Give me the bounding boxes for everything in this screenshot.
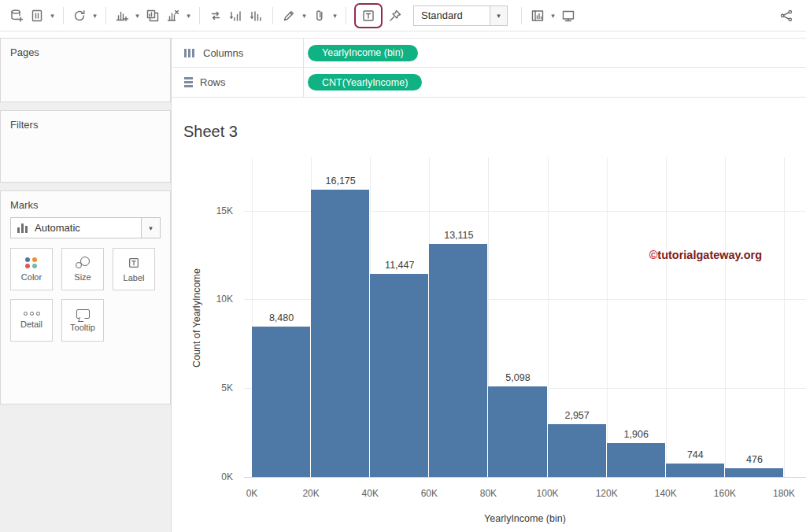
chevron-down-icon[interactable] [490,6,507,25]
highlight-annotation-ring [354,3,383,28]
detail-button[interactable]: Detail [10,299,53,342]
paperclip-icon [312,9,327,23]
bar-60K-80K[interactable] [429,244,488,477]
bar-20K-40K[interactable] [311,190,370,477]
group-members-dropdown[interactable] [330,4,340,28]
toolbar-separator [521,7,522,24]
bar-value-label: 476 [746,454,763,465]
columns-pill-area[interactable]: YearlyIncome (bin) [304,39,806,67]
bar-value-label: 13,115 [444,230,473,241]
new-data-source-button[interactable] [6,4,27,28]
group-members-button[interactable] [309,4,330,28]
toolbar-separator [105,7,106,24]
pages-shelf[interactable]: Pages [0,38,171,102]
cards-icon [531,9,545,23]
y-tick-label: 5K [205,382,233,393]
size-circles-icon [76,257,90,268]
gridline [607,157,608,477]
rows-pill[interactable]: CNT(YearlyIncome) [308,74,422,91]
share-icon [779,9,793,23]
bar-value-label: 1,906 [624,429,649,440]
clear-sheet-dropdown[interactable] [183,4,194,28]
y-tick-label: 0K [205,471,233,482]
bar-value-label: 8,480 [269,312,294,323]
x-tick-label: 180K [773,488,795,499]
x-tick-label: 140K [655,488,677,499]
x-axis-ticks: 0K20K40K60K80K100K120K140K160K180K [244,486,806,502]
bar-value-label: 2,957 [564,410,589,421]
bar-value-label: 744 [687,449,704,460]
bar-160K-180K[interactable] [725,468,784,477]
size-button[interactable]: Size [61,248,104,290]
rows-shelf-text: Rows [200,76,226,88]
x-tick-label: 100K [537,488,559,499]
sort-ascending-button[interactable] [226,4,246,28]
show-hide-cards-button[interactable] [527,4,548,28]
fit-selector[interactable]: Standard [413,6,508,26]
rows-shelf-label: Rows [172,68,304,97]
bar-120K-140K[interactable] [607,443,666,477]
filters-shelf-title: Filters [1,111,170,135]
fix-axes-button[interactable] [385,4,405,28]
bar-0K-20K[interactable] [252,327,311,477]
rows-shelf[interactable]: Rows CNT(YearlyIncome) [172,68,806,98]
swap-rows-columns-button[interactable] [205,4,226,28]
chevron-down-icon[interactable] [141,218,160,238]
rows-pill-area[interactable]: CNT(YearlyIncome) [304,68,806,97]
duplicate-sheet-button[interactable] [142,4,163,28]
show-hide-cards-dropdown[interactable] [548,4,558,28]
highlight-button[interactable] [279,4,299,28]
x-tick-label: 160K [714,488,736,499]
columns-shelf[interactable]: Columns YearlyIncome (bin) [172,38,806,68]
columns-pill[interactable]: YearlyIncome (bin) [308,45,418,61]
bar-40K-60K[interactable] [370,274,429,477]
pause-auto-updates-dropdown[interactable] [47,4,57,28]
sort-descending-button[interactable] [246,4,267,28]
y-axis-ticks: 0K5K10K15K [205,157,238,478]
bar-140K-160K[interactable] [666,464,725,477]
swap-icon [209,9,223,23]
rows-icon [184,77,193,87]
color-dots-icon [25,257,38,268]
new-worksheet-button[interactable] [112,4,132,28]
color-button[interactable]: Color [10,248,53,290]
run-auto-updates-dropdown[interactable] [90,4,100,28]
pages-shelf-title: Pages [1,39,170,63]
columns-icon [184,49,196,57]
run-auto-updates-button[interactable] [69,4,90,28]
sheet-title[interactable]: Sheet 3 [183,123,238,141]
presentation-mode-button[interactable] [558,4,579,28]
toolbar-separator [199,7,200,24]
x-tick-label: 120K [596,488,618,499]
label-button-label: Label [124,273,145,283]
watermark: ©tutorialgateway.org [649,249,762,261]
y-axis-title: Count of YearlyIncome [191,268,202,368]
main-area: Columns YearlyIncome (bin) Rows CNT(Year… [172,38,806,532]
clear-sheet-icon [166,9,180,23]
highlight-dropdown[interactable] [299,4,309,28]
highlighter-icon [282,9,296,23]
new-worksheet-icon [115,9,129,23]
pause-auto-updates-button[interactable] [27,4,47,28]
share-workbook-button[interactable] [776,4,797,28]
columns-shelf-text: Columns [203,47,243,59]
bar-value-label: 11,447 [385,260,414,271]
marks-card-title: Marks [1,191,170,216]
bar-80K-100K[interactable] [488,386,547,477]
filters-shelf[interactable]: Filters [0,110,171,183]
label-button[interactable]: Label [113,248,155,290]
x-tick-label: 60K [421,488,438,499]
pin-icon [388,9,402,23]
clear-sheet-button[interactable] [163,4,183,28]
mark-type-dropdown[interactable]: Automatic [10,217,161,238]
tooltip-button[interactable]: Tooltip [61,299,104,342]
color-button-label: Color [21,272,42,282]
size-button-label: Size [74,272,91,282]
gridline [725,157,726,477]
detail-button-label: Detail [20,320,43,329]
show-mark-labels-button[interactable] [358,6,379,25]
bar-value-label: 5,098 [505,372,530,383]
x-axis-title: YearlyIncome (bin) [244,513,806,524]
new-worksheet-dropdown[interactable] [132,4,142,28]
bar-100K-120K[interactable] [548,424,607,477]
